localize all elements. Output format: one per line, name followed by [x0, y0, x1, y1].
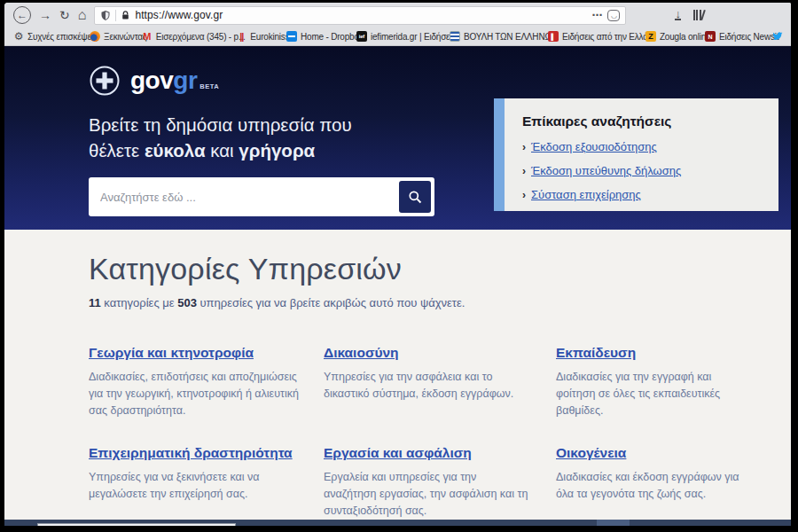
firefox-icon: [605, 526, 622, 527]
refresh-button[interactable]: ↻: [59, 9, 70, 21]
categories-subtitle: 11 κατηγορίες με 503 υπηρεσίες για να βρ…: [89, 296, 775, 309]
bookmark-eurokinissi[interactable]: ||Eurokinissi: [236, 31, 286, 42]
link-systasi-epixeirisis[interactable]: Σύσταση επιχείρησης: [531, 188, 641, 201]
search-icon: [408, 190, 423, 205]
bookmark-vouli[interactable]: ΒΟΥΛΗ ΤΩΝ ΕΛΛΗΝΩΝ: [450, 31, 548, 42]
service-search-box: [89, 177, 434, 216]
taskbar-device[interactable]: [433, 520, 466, 527]
start-button[interactable]: [4, 520, 37, 527]
edge-icon: e: [280, 524, 290, 526]
taskbar-notes[interactable]: [400, 520, 433, 527]
bookmark-gmail[interactable]: MΕισερχόμενα (345) - p...: [142, 31, 237, 42]
taskbar-store[interactable]: [301, 520, 334, 527]
link-ypefthini-dilosi[interactable]: Έκδοση υπεύθυνης δήλωσης: [531, 164, 681, 177]
category-business: Επιχειρηματική δραστηριότητα Υπηρεσίες γ…: [89, 445, 324, 519]
greek-emblem-icon: [89, 65, 121, 97]
bookmark-dropbox[interactable]: Home - Dropbox: [286, 31, 356, 42]
service-search-input[interactable]: [100, 191, 399, 204]
taskbar-photoshop[interactable]: Ps: [498, 520, 531, 527]
home-button[interactable]: ⌂: [78, 8, 87, 22]
url-divider: [115, 10, 116, 21]
browser-chrome: ← → ↻ ⌂ https://www.gov.gr ⋯ ◡ ↓ ⚙Συχνές…: [4, 3, 791, 46]
category-link[interactable]: Εργασία και ασφάλιση: [324, 445, 472, 460]
greek-flag-icon: [450, 31, 460, 42]
forward-button[interactable]: →: [39, 9, 51, 21]
lightroom-icon: Lr: [539, 526, 556, 527]
category-desc: Υπηρεσίες για την ασφάλεια και το δικαστ…: [324, 369, 531, 403]
task-view-button[interactable]: [236, 520, 269, 527]
news-icon: ▌: [548, 31, 559, 42]
pocket-icon[interactable]: ◡: [607, 10, 620, 21]
govgr-hero: gov gr BETA Βρείτε τη δημόσια υπηρεσία π…: [4, 46, 791, 230]
category-link[interactable]: Εκπαίδευση: [556, 345, 636, 360]
topical-searches-box: Επίκαιρες αναζητήσεις › Έκδοση εξουσιοδό…: [494, 98, 778, 211]
topical-link-authorization: › Έκδοση εξουσιοδότησης: [522, 140, 761, 153]
category-desc: Διαδικασίες για την εγγραφή και φοίτηση …: [556, 369, 750, 419]
library-icon[interactable]: [693, 10, 705, 20]
back-button[interactable]: ←: [13, 6, 31, 24]
bookmark-zougla[interactable]: ZZougla online: [645, 31, 705, 42]
logo-text: gov gr BETA: [130, 66, 219, 95]
lock-icon: [121, 10, 130, 20]
category-desc: Υπηρεσίες για να ξεκινήσετε και να μεγαλ…: [89, 469, 299, 503]
category-education: Εκπαίδευση Διαδικασίες για την εγγραφή κ…: [556, 345, 775, 419]
topical-link-declaration: › Έκδοση υπεύθυνης δήλωσης: [522, 164, 761, 177]
categories-section: Κατηγορίες Υπηρεσιών 11 κατηγορίες με 50…: [4, 230, 791, 520]
bookmark-news-greece[interactable]: ▌Ειδήσεις από την Ελλά...: [548, 31, 645, 42]
category-family: Οικογένεια Διαδικασίες και έκδοση εγγράφ…: [556, 445, 775, 519]
category-link[interactable]: Επιχειρηματική δραστηριότητα: [89, 445, 293, 460]
category-link[interactable]: Οικογένεια: [556, 445, 626, 460]
tracking-shield-icon[interactable]: [100, 10, 111, 21]
search-submit-button[interactable]: [399, 181, 431, 213]
bookmark-twitter[interactable]: [772, 31, 782, 42]
windows-taskbar: e A Ps Lr ∧ ΕΛ: [4, 520, 791, 527]
bookmark-getting-started[interactable]: Ξεκινώντας: [90, 31, 142, 42]
categories-grid: Γεωργία και κτηνοτροφία Διαδικασίες, επι…: [89, 345, 775, 520]
chevron-right-icon: ›: [522, 189, 526, 201]
category-desc: Διαδικασίες και έκδοση εγγράφων για όλα …: [556, 469, 750, 503]
taskbar-folder[interactable]: [564, 520, 597, 527]
categories-title: Κατηγορίες Υπηρεσιών: [89, 252, 775, 286]
topical-searches-title: Επίκαιρες αναζητήσεις: [522, 113, 761, 129]
taskbar-mail[interactable]: [367, 520, 400, 527]
toolbar-right: ↓: [675, 10, 704, 20]
govgr-logo[interactable]: gov gr BETA: [4, 46, 791, 97]
topical-link-company: › Σύσταση επιχείρησης: [522, 188, 761, 201]
logo-beta-badge: BETA: [200, 82, 219, 90]
bookmark-newsit[interactable]: NΕιδήσεις Newsit: [705, 31, 772, 42]
newsit-icon: N: [705, 31, 716, 42]
zougla-icon: Z: [645, 31, 656, 42]
url-bar[interactable]: https://www.gov.gr ⋯ ◡: [94, 6, 626, 25]
taskbar-firefox[interactable]: [597, 520, 630, 527]
category-justice: Δικαιοσύνη Υπηρεσίες για την ασφάλεια κα…: [324, 345, 556, 419]
chevron-right-icon: ›: [522, 165, 526, 177]
taskbar-lightroom[interactable]: Lr: [531, 520, 564, 527]
hero-headline: Βρείτε τη δημόσια υπηρεσία που θέλετε εύ…: [89, 112, 434, 163]
taskbar-edge[interactable]: e: [269, 520, 301, 527]
firefox-icon: [90, 31, 100, 42]
browser-navrow: ← → ↻ ⌂ https://www.gov.gr ⋯ ◡ ↓: [4, 3, 791, 27]
logo-gr: gr: [173, 66, 197, 95]
taskbar-file-explorer[interactable]: [334, 520, 367, 527]
taskbar-search-box[interactable]: [37, 523, 236, 527]
category-link[interactable]: Δικαιοσύνη: [324, 345, 399, 360]
page-actions-icon[interactable]: ⋯: [591, 9, 603, 21]
category-agriculture: Γεωργία και κτηνοτροφία Διαδικασίες, επι…: [89, 345, 324, 419]
hero-left-column: Βρείτε τη δημόσια υπηρεσία που θέλετε εύ…: [89, 112, 434, 216]
bookmarks-bar: ⚙Συχνές επισκέψεις Ξεκινώντας MΕισερχόμε…: [4, 27, 791, 45]
downloads-icon[interactable]: ↓: [675, 10, 681, 20]
bookmark-frequent[interactable]: ⚙Συχνές επισκέψεις: [13, 31, 90, 42]
category-desc: Εργαλεία και υπηρεσίες για την αναζήτηση…: [324, 469, 531, 519]
taskbar-document-app[interactable]: A: [466, 520, 498, 527]
dropbox-icon: [286, 31, 297, 42]
category-desc: Διαδικασίες, επιδοτήσεις και αποζημιώσει…: [89, 369, 299, 419]
category-work-insurance: Εργασία και ασφάλιση Εργαλεία και υπηρεσ…: [324, 445, 556, 519]
eurokinissi-icon: ||: [236, 31, 246, 42]
gmail-icon: M: [142, 31, 153, 42]
link-ekdosi-exousiodotisis[interactable]: Έκδοση εξουσιοδότησης: [531, 140, 657, 153]
monitor-screen: ← → ↻ ⌂ https://www.gov.gr ⋯ ◡ ↓ ⚙Συχνές…: [4, 3, 791, 526]
gear-icon: ⚙: [13, 31, 24, 42]
category-link[interactable]: Γεωργία και κτηνοτροφία: [89, 345, 254, 360]
bookmark-iefimerida[interactable]: iefiefimerida.gr | Ειδήσει...: [356, 31, 450, 42]
url-text[interactable]: https://www.gov.gr: [135, 9, 587, 21]
